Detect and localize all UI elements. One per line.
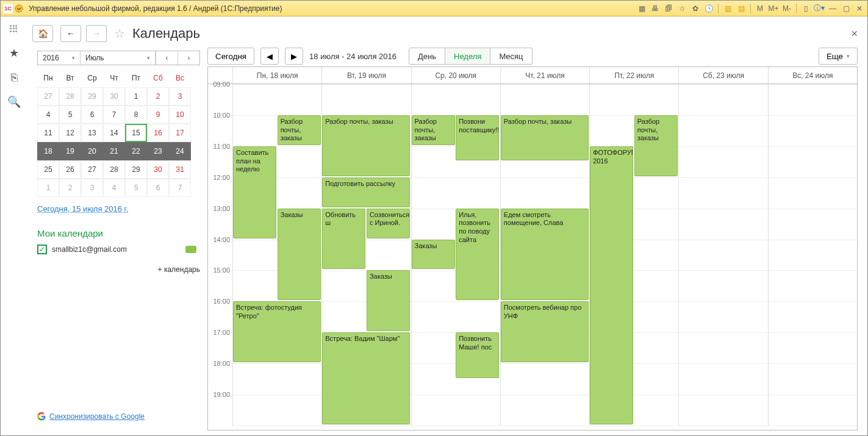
calendar-event[interactable]: Разбор почты, заказы (634, 115, 678, 176)
mini-cal-day[interactable]: 9 (147, 105, 169, 124)
calendar-event[interactable]: Созвониться с Ириной. (367, 209, 410, 238)
close-window-icon[interactable]: ✕ (854, 3, 865, 14)
mini-cal-day[interactable]: 19 (59, 142, 81, 160)
mini-cal-day[interactable]: 2 (147, 87, 169, 105)
print-icon[interactable]: 🖶 (650, 3, 661, 14)
month-selector[interactable]: Июль ▾ (81, 51, 156, 65)
mini-cal-day[interactable]: 4 (103, 179, 125, 197)
view-month-button[interactable]: Месяц (490, 48, 532, 65)
close-page-icon[interactable]: × (851, 27, 858, 40)
today-button[interactable]: Сегодня (207, 48, 254, 65)
mini-cal-day[interactable]: 5 (125, 179, 147, 197)
back-button[interactable]: ← (60, 25, 81, 42)
day-column[interactable]: Разбор почты, заказыЕдем смотреть помеще… (500, 84, 589, 426)
day-column[interactable]: Разбор почты, заказыПодготовить рассылку… (321, 84, 411, 426)
mini-cal-day[interactable]: 5 (59, 105, 81, 124)
calendar-event[interactable]: Составить план на неделю (233, 146, 276, 238)
mini-cal-day[interactable]: 22 (125, 142, 147, 160)
mini-cal-day[interactable]: 17 (169, 124, 191, 142)
panel-icon-1[interactable]: ▥ (722, 3, 733, 14)
add-calendar-button[interactable]: + календарь (37, 265, 200, 274)
sync-google-link[interactable]: Синхронизировать с Google (49, 412, 145, 421)
clock-icon[interactable]: 🕓 (703, 3, 714, 14)
mini-cal-day[interactable]: 1 (37, 179, 59, 197)
mini-cal-day[interactable]: 6 (81, 105, 103, 124)
calendar-event[interactable]: Разбор почты, заказы (278, 115, 321, 145)
mini-cal-day[interactable]: 10 (169, 105, 191, 124)
more-button[interactable]: Еще ▾ (819, 48, 858, 65)
mini-cal-day[interactable]: 28 (59, 87, 81, 105)
calendar-event[interactable]: Заказы (278, 209, 321, 301)
mini-cal-day[interactable]: 27 (37, 87, 59, 105)
panel-icon-2[interactable]: ▤ (736, 3, 747, 14)
mini-cal-day[interactable]: 1 (125, 87, 147, 105)
prev-week-button[interactable]: ◀ (260, 48, 279, 65)
mini-cal-day[interactable]: 8 (125, 105, 147, 124)
mini-cal-day[interactable]: 7 (103, 105, 125, 124)
mini-cal-day[interactable]: 11 (37, 124, 59, 142)
mini-cal-day[interactable]: 6 (147, 179, 169, 197)
day-column[interactable]: Разбор почты, заказыПозвони поставщику!!… (411, 84, 500, 426)
today-link[interactable]: Сегодня, 15 июля 2016 г. (37, 204, 200, 213)
calendar-event[interactable]: Позвони поставщику!!! (456, 115, 499, 160)
m-minus-icon[interactable]: M- (781, 3, 792, 14)
mini-cal-day[interactable]: 14 (103, 124, 125, 142)
toolbar-icon-5[interactable]: ✿ (690, 3, 701, 14)
mini-cal-day[interactable]: 20 (81, 142, 103, 160)
calendar-event[interactable]: Разбор почты, заказы (501, 115, 589, 160)
forward-button[interactable]: → (86, 25, 107, 42)
next-month-button[interactable]: › (178, 51, 199, 65)
view-day-button[interactable]: День (409, 48, 445, 65)
calendar-event[interactable]: Обновить ш (322, 209, 365, 270)
apps-grid-icon[interactable]: 𐄡 (7, 21, 21, 36)
mini-cal-day[interactable]: 26 (59, 160, 81, 179)
mini-cal-day[interactable]: 16 (147, 124, 169, 142)
layout-icon[interactable]: ▯ (800, 3, 811, 14)
mini-cal-day[interactable]: 3 (81, 179, 103, 197)
year-selector[interactable]: 2016 ▾ (38, 51, 81, 65)
mini-cal-day[interactable]: 2 (59, 179, 81, 197)
mini-cal-day[interactable]: 30 (147, 160, 169, 179)
mini-cal-day[interactable]: 3 (169, 87, 191, 105)
calendar-event[interactable]: Посмотреть вебинар про УНФ (501, 301, 589, 362)
mini-cal-day[interactable]: 30 (103, 87, 125, 105)
toolbar-icon-3[interactable]: 🗐 (663, 3, 674, 14)
view-week-button[interactable]: Неделя (445, 48, 490, 65)
mini-cal-day[interactable]: 7 (169, 179, 191, 197)
page-star-icon[interactable]: ☆ (114, 26, 125, 41)
calendar-event[interactable]: Разбор почты, заказы (412, 115, 455, 145)
mini-cal-day[interactable]: 4 (37, 105, 59, 124)
mini-cal-day[interactable]: 24 (169, 142, 191, 160)
mini-cal-day[interactable]: 23 (147, 142, 169, 160)
day-column[interactable] (768, 84, 857, 426)
toolbar-icon-1[interactable]: ▦ (636, 3, 647, 14)
mini-cal-day[interactable]: 29 (125, 160, 147, 179)
mini-cal-day[interactable]: 25 (37, 160, 59, 179)
prev-month-button[interactable]: ‹ (156, 51, 178, 65)
star-icon[interactable]: ☆ (676, 3, 687, 14)
maximize-icon[interactable]: ▢ (841, 3, 852, 14)
calendar-event[interactable]: Встреча: фотостудия "Ретро" (233, 301, 321, 362)
day-column[interactable] (678, 84, 767, 426)
calendar-event[interactable]: Подготовить рассылку (322, 177, 410, 207)
next-week-button[interactable]: ▶ (285, 48, 303, 65)
m-plus-icon[interactable]: M+ (768, 3, 779, 14)
home-button[interactable]: 🏠 (32, 25, 53, 42)
app-menu-dropdown-icon[interactable] (14, 4, 24, 13)
m-icon[interactable]: M (755, 3, 766, 14)
calendar-checkbox[interactable]: ✓ (37, 245, 47, 254)
mini-cal-day[interactable]: 12 (59, 124, 81, 142)
calendar-event[interactable]: Илья, позвонить по поводу сайта (456, 209, 499, 301)
calendar-event[interactable]: Едем смотреть помещение, Слава (501, 209, 589, 301)
info-icon[interactable]: ⓘ▾ (814, 3, 825, 14)
mini-cal-day[interactable]: 13 (81, 124, 103, 142)
day-column[interactable]: ФОТОФОРУМ 2016Разбор почты, заказы (589, 84, 678, 426)
favorite-icon[interactable]: ★ (7, 46, 21, 60)
calendar-event[interactable]: Заказы (367, 270, 410, 331)
mini-cal-day[interactable]: 21 (103, 142, 125, 160)
day-column[interactable]: Составить план на неделюРазбор почты, за… (232, 84, 321, 426)
mini-cal-day[interactable]: 15 (125, 124, 147, 142)
minimize-icon[interactable]: — (827, 3, 838, 14)
mini-cal-day[interactable]: 29 (81, 87, 103, 105)
mini-cal-day[interactable]: 18 (37, 142, 59, 160)
